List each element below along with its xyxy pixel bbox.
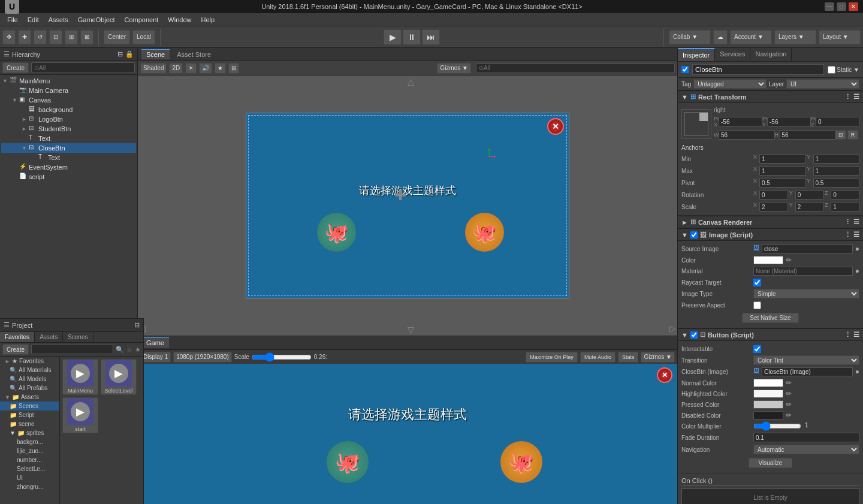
scenes-folder[interactable]: 📁 Scenes: [0, 402, 59, 411]
normal-color-swatch[interactable]: [753, 379, 783, 387]
tree-item-text[interactable]: T Text: [1, 134, 136, 143]
menu-gameobject[interactable]: GameObject: [73, 15, 120, 25]
gameobject-name-input[interactable]: [692, 64, 824, 75]
project-tab-assets[interactable]: Assets: [35, 332, 63, 342]
color-picker-icon[interactable]: ✏: [786, 256, 792, 264]
project-search-input[interactable]: [31, 345, 113, 354]
sprites-folder[interactable]: ▼ 📁 sprites: [0, 428, 59, 437]
all-materials-item[interactable]: 🔍 All Materials: [0, 366, 59, 375]
audio-toggle[interactable]: 🔊: [199, 63, 212, 74]
tree-item-eventsystem[interactable]: ⚡ EventSystem: [1, 162, 136, 172]
game-gizmos-dropdown[interactable]: Gizmos ▼: [641, 352, 675, 363]
anchor-max-x[interactable]: [759, 166, 806, 176]
image-type-select[interactable]: Simple: [753, 289, 859, 298]
fade-duration-input[interactable]: [753, 433, 859, 442]
target-graphic-picker[interactable]: ●: [855, 367, 859, 376]
source-image-text[interactable]: close: [762, 245, 853, 253]
canvas-renderer-menu[interactable]: ☰: [853, 218, 859, 226]
pressed-color-picker[interactable]: ✏: [786, 400, 792, 409]
close-button[interactable]: ✕: [849, 2, 858, 11]
navigation-select[interactable]: Automatic: [753, 445, 859, 454]
menu-component[interactable]: Component: [119, 15, 163, 25]
tree-item-studentbtn[interactable]: ► ⊡ StudentBtn: [1, 124, 136, 134]
ui-folder[interactable]: UI: [0, 473, 59, 482]
lijie-folder[interactable]: lijie_zuo...: [0, 446, 59, 455]
button-script-options[interactable]: ⋮: [844, 331, 851, 339]
constrain-btn[interactable]: ⊟: [835, 130, 846, 140]
rotation-y[interactable]: [795, 190, 824, 200]
sort-icon[interactable]: ★: [135, 346, 141, 354]
local-toggle[interactable]: Local: [132, 30, 155, 44]
menu-file[interactable]: File: [2, 15, 23, 25]
backgro-folder[interactable]: backgro...: [0, 437, 59, 446]
button-script-header[interactable]: ▼ ⊡ Button (Script) ⋮ ☰: [678, 328, 863, 341]
height-input[interactable]: [780, 130, 836, 140]
tree-item-logobtn[interactable]: ► ⊡ LogoBtn: [1, 114, 136, 124]
asset-store-tab[interactable]: Asset Store: [172, 50, 216, 59]
display-dropdown[interactable]: Display 1: [140, 352, 171, 363]
inspector-tab-navigation[interactable]: Navigation: [750, 48, 792, 61]
rotation-x[interactable]: [759, 190, 788, 200]
material-text[interactable]: None (Material): [753, 267, 853, 276]
pressed-color-swatch[interactable]: [753, 400, 783, 409]
scene-layers[interactable]: ⊞: [228, 63, 239, 74]
target-graphic-text[interactable]: CloseBtn (Image): [762, 367, 853, 376]
layer-select[interactable]: UI: [786, 79, 859, 89]
scale-x[interactable]: [759, 202, 788, 212]
tool-transform[interactable]: ⊠: [80, 30, 93, 44]
maximize-on-play-button[interactable]: Maximize On Play: [526, 352, 578, 363]
tree-item-closebtn[interactable]: ▼ ⊡ CloseBtn: [1, 143, 136, 153]
image-script-toggle[interactable]: [690, 231, 698, 239]
maximize-button[interactable]: □: [837, 2, 846, 11]
lighting-toggle[interactable]: ☀: [185, 63, 197, 74]
tool-move[interactable]: ✚: [18, 30, 31, 44]
pivot-y[interactable]: [813, 178, 860, 188]
gizmos-dropdown[interactable]: Gizmos ▼: [437, 63, 471, 74]
selectle-folder[interactable]: SelectLe...: [0, 464, 59, 473]
tree-item-script[interactable]: 📄 script: [1, 172, 136, 182]
posx-input[interactable]: [719, 117, 762, 126]
menu-edit[interactable]: Edit: [23, 15, 44, 25]
asset-selectlevel[interactable]: ▶ SelectLevel: [101, 359, 137, 395]
step-button[interactable]: ⏭: [422, 29, 440, 45]
project-options[interactable]: ⊟: [134, 321, 140, 329]
static-toggle[interactable]: Static ▼: [828, 66, 859, 74]
fx-toggle[interactable]: ★: [215, 63, 226, 74]
collab-dropdown[interactable]: Collab ▼: [669, 30, 711, 44]
image-script-menu[interactable]: ☰: [853, 231, 859, 239]
layers-dropdown[interactable]: Layers ▼: [774, 30, 816, 44]
canvas-renderer-header[interactable]: ► ⊞ Canvas Renderer ⋮ ☰: [678, 216, 863, 228]
highlighted-color-picker[interactable]: ✏: [786, 390, 792, 398]
hierarchy-create-button[interactable]: Create: [2, 62, 29, 73]
mute-audio-button[interactable]: Mute Audio: [580, 352, 615, 363]
hierarchy-options-icon[interactable]: ⊟: [117, 50, 123, 58]
visualize-button[interactable]: Visualize: [749, 458, 793, 468]
script-folder[interactable]: 📁 Script: [0, 411, 59, 420]
scene-resize-right[interactable]: ▷: [669, 324, 676, 333]
shading-mode-dropdown[interactable]: Shaded: [140, 63, 167, 74]
scene-folder[interactable]: 📁 scene: [0, 420, 59, 428]
rect-transform-header[interactable]: ▼ ⊞ Rect Transform ⋮ ☰: [678, 90, 863, 103]
source-image-picker[interactable]: ●: [855, 245, 859, 253]
normal-color-picker[interactable]: ✏: [786, 379, 792, 387]
set-native-size-button[interactable]: Set Native Size: [742, 313, 798, 323]
scene-tab[interactable]: Scene: [141, 49, 170, 59]
tool-scale[interactable]: ⊡: [49, 30, 62, 44]
project-create-button[interactable]: Create: [2, 344, 29, 355]
scene-search-input[interactable]: [476, 64, 675, 73]
project-tab-scenes[interactable]: Scenes: [63, 332, 93, 342]
disabled-color-picker[interactable]: ✏: [786, 411, 792, 420]
image-script-options[interactable]: ⋮: [844, 231, 851, 239]
all-models-item[interactable]: 🔍 All Models: [0, 375, 59, 384]
tag-select[interactable]: Untagged: [693, 79, 767, 89]
asset-start[interactable]: ▶ start: [62, 397, 98, 433]
scale-y[interactable]: [795, 202, 824, 212]
button-script-menu[interactable]: ☰: [853, 331, 859, 339]
filter-icon[interactable]: ☆: [126, 346, 132, 354]
color-multiplier-slider[interactable]: [753, 422, 801, 430]
reset-btn[interactable]: R: [847, 130, 858, 140]
resolution-dropdown[interactable]: 1080p (1920×1080): [173, 352, 232, 363]
color-swatch[interactable]: [753, 256, 783, 264]
cloud-button[interactable]: ☁: [713, 30, 728, 44]
disabled-color-swatch[interactable]: [753, 411, 783, 420]
